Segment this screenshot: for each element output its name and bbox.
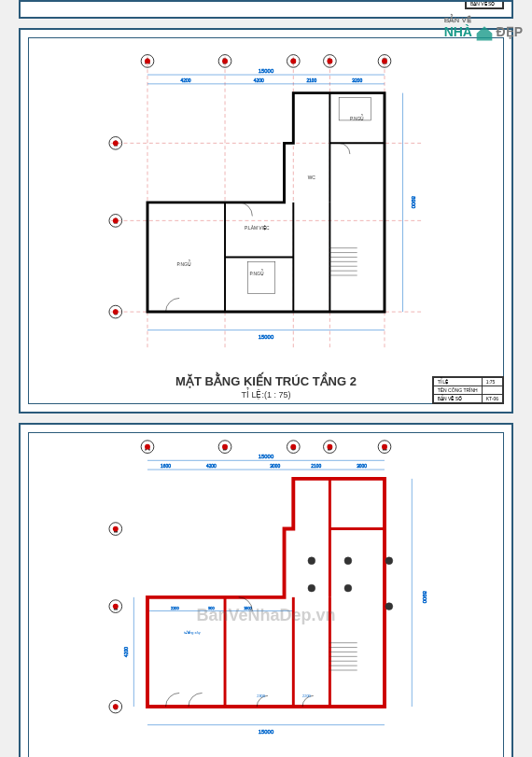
drawing-area-1: A B C D E 1 2 3 15000 4200 4200 2100: [28, 37, 504, 404]
svg-point-40: [113, 140, 119, 146]
svg-text:15000: 15000: [259, 68, 274, 74]
svg-point-37: [290, 58, 296, 63]
svg-text:8900: 8900: [422, 591, 427, 604]
svg-text:4200: 4200: [124, 646, 129, 656]
svg-point-99: [290, 443, 296, 449]
svg-text:4200: 4200: [206, 464, 217, 469]
svg-point-98: [222, 443, 228, 449]
svg-text:4200: 4200: [254, 78, 264, 83]
title-block-1: TỈ LỆ1:75 TÊN CÔNG TRÌNH BẢN VẼ SỐKT-06: [432, 376, 504, 404]
svg-text:WC: WC: [308, 175, 316, 180]
svg-point-110: [308, 557, 315, 565]
watermark-center: BanVeNhaDep.vn: [196, 606, 335, 625]
svg-point-114: [385, 557, 393, 565]
svg-text:3000: 3000: [357, 464, 367, 469]
svg-point-97: [145, 443, 150, 449]
site-logo: BẢN VẼ NHÀ ĐẸP: [444, 14, 523, 43]
svg-point-115: [385, 602, 393, 610]
logo-line2: NHÀ: [444, 24, 472, 39]
drawing-frame-2: BanVeNhaDep.vn Bản quyền © BanVeNhaDep.v…: [19, 423, 513, 757]
svg-text:P.NGỦ: P.NGỦ: [250, 269, 264, 276]
svg-point-104: [113, 704, 119, 709]
svg-point-36: [222, 58, 228, 63]
svg-point-100: [327, 443, 332, 449]
svg-text:3200: 3200: [352, 78, 362, 83]
house-icon: [475, 24, 494, 43]
svg-text:2100: 2100: [311, 464, 321, 469]
floorplan-2-svg: 15000 1600 4200 3000 2100 3000 2200 900 …: [29, 433, 503, 757]
svg-text:3000: 3000: [270, 464, 280, 469]
svg-point-39: [382, 58, 387, 63]
logo-line3: ĐẸP: [497, 24, 523, 39]
svg-point-103: [113, 603, 119, 609]
drawing-frame-1: A B C D E 1 2 3 15000 4200 4200 2100: [19, 28, 513, 414]
svg-text:8900: 8900: [411, 196, 416, 209]
svg-text:P.NGỦ: P.NGỦ: [176, 259, 190, 267]
svg-rect-61: [247, 261, 274, 293]
logo-line1: BẢN VẼ: [444, 16, 471, 24]
page-container: TỈ LỆ1:75 BẢN VẼ SỐ: [0, 0, 532, 757]
svg-point-111: [344, 557, 352, 565]
svg-text:4200: 4200: [181, 78, 191, 83]
svg-text:P.LÀM VIỆC: P.LÀM VIỆC: [245, 225, 270, 231]
svg-text:1600: 1600: [161, 464, 171, 469]
svg-point-102: [113, 526, 119, 531]
title-block-partial: TỈ LỆ1:75 BẢN VẼ SỐ: [465, 0, 504, 9]
svg-point-41: [113, 217, 119, 223]
svg-text:tường xây: tường xây: [184, 630, 201, 635]
svg-point-42: [113, 309, 119, 315]
floorplan-1-svg: A B C D E 1 2 3 15000 4200 4200 2100: [29, 38, 503, 367]
partial-frame-top: TỈ LỆ1:75 BẢN VẼ SỐ: [19, 0, 513, 19]
svg-text:2200: 2200: [302, 694, 311, 698]
svg-text:2300: 2300: [257, 694, 265, 698]
svg-point-112: [308, 584, 315, 592]
svg-text:15000: 15000: [259, 454, 274, 459]
svg-point-113: [344, 584, 352, 592]
svg-text:2100: 2100: [306, 78, 316, 83]
svg-text:15000: 15000: [259, 334, 274, 340]
svg-point-101: [382, 443, 387, 449]
svg-point-38: [327, 58, 332, 63]
svg-point-35: [145, 58, 150, 63]
drawing-area-2: 15000 1600 4200 3000 2100 3000 2200 900 …: [28, 432, 504, 757]
svg-text:15000: 15000: [259, 729, 274, 735]
svg-text:2200: 2200: [171, 605, 179, 610]
